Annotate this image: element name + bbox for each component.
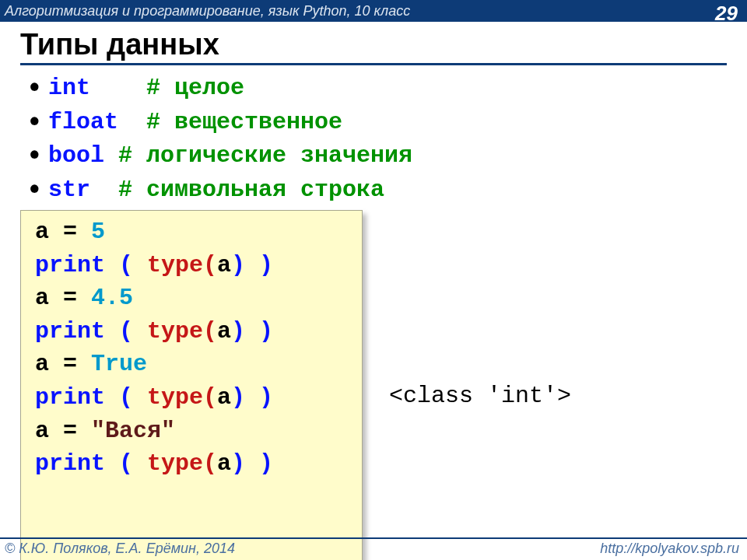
code-box: a = 5 print ( type(a) ) a = 4.5 print ( … xyxy=(20,210,363,560)
code-and-output: a = 5 print ( type(a) ) a = 4.5 print ( … xyxy=(20,210,727,560)
page-title: Типы данных xyxy=(20,28,727,65)
output-column: . <class 'int'> . <class 'float'> . <cla… xyxy=(389,210,599,560)
keyword: int xyxy=(48,75,90,101)
comment: # символьная строка xyxy=(118,177,384,203)
type-list: int # целое float # вещественное bool # … xyxy=(25,72,727,207)
list-item: float # вещественное xyxy=(25,106,727,140)
header-bar: Алгоритмизация и программирование, язык … xyxy=(0,0,747,22)
list-item: int # целое xyxy=(25,72,727,106)
comment: # логические значения xyxy=(104,142,412,169)
keyword: bool xyxy=(48,142,104,169)
footer-bar: © К.Ю. Поляков, Е.А. Ерёмин, 2014 http:/… xyxy=(0,537,747,557)
list-item: str # символьная строка xyxy=(25,173,727,208)
keyword: str xyxy=(48,177,90,203)
comment: # вещественное xyxy=(146,109,342,135)
footer-url: http://kpolyakov.spb.ru xyxy=(600,541,739,557)
copyright: © К.Ю. Поляков, Е.А. Ерёмин, 2014 xyxy=(5,541,235,557)
output-line: <class 'int'> xyxy=(389,380,599,412)
page-number: 29 xyxy=(715,2,738,26)
comment: # целое xyxy=(146,75,244,101)
breadcrumb: Алгоритмизация и программирование, язык … xyxy=(5,3,410,19)
keyword: float xyxy=(48,109,118,135)
slide-body: Типы данных int # целое float # веществе… xyxy=(0,22,747,560)
list-item: bool # логические значения xyxy=(25,139,727,173)
